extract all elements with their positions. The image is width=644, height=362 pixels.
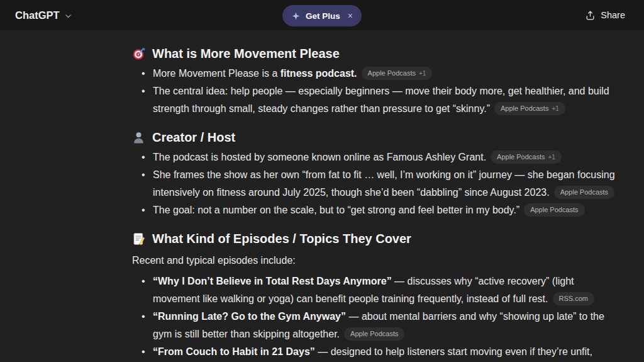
section-heading: Creator / Host (132, 128, 619, 147)
list-item: “Running Late? Go to the Gym Anyway” — a… (132, 308, 619, 343)
citation-badge[interactable]: Apple Podcasts (344, 327, 404, 341)
bold-text: fitness podcast. (280, 68, 357, 79)
citation-source: Apple Podcasts (530, 206, 578, 213)
body-text: — designed to help listeners start movin… (315, 346, 592, 357)
share-label: Share (601, 10, 625, 20)
section-heading-text: What Kind of Episodes / Topics They Cove… (152, 229, 411, 248)
get-plus-button[interactable]: Get Plus × (282, 5, 362, 26)
citation-source: Apple Podcasts (350, 330, 398, 337)
citation-extra-count: +1 (552, 105, 558, 112)
target-icon (132, 47, 145, 60)
top-bar: ChatGPT Get Plus × Share (0, 0, 644, 30)
list-item: More Movement Please is a fitness podcas… (132, 65, 619, 82)
model-switcher[interactable]: ChatGPT (10, 6, 77, 25)
sparkle-icon (291, 11, 301, 21)
chevron-down-icon (64, 11, 72, 20)
assistant-message: What is More Movement PleaseMore Movemen… (132, 0, 619, 361)
citation-source: RSS.com (559, 295, 588, 302)
bullet-list: “Why I Don’t Believe in Total Rest Days … (132, 273, 619, 361)
bullet-list: More Movement Please is a fitness podcas… (132, 65, 619, 118)
body-text: The goal: not a number on the scale, but… (153, 205, 519, 215)
get-plus-label: Get Plus (306, 11, 340, 21)
body-text: More Movement Please is a (153, 68, 280, 79)
share-button[interactable]: Share (580, 6, 630, 25)
section-heading: What Kind of Episodes / Topics They Cove… (132, 229, 619, 248)
bold-text: “Running Late? Go to the Gym Anyway” (153, 311, 346, 322)
list-item: The central idea: help people — especial… (132, 82, 619, 118)
bust-in-silhouette-icon (132, 131, 145, 144)
section-heading-text: What is More Movement Please (152, 44, 340, 63)
citation-badge[interactable]: Apple Podcasts (554, 186, 614, 199)
share-icon (585, 10, 596, 21)
section-heading-text: Creator / Host (152, 128, 235, 147)
citation-extra-count: +1 (419, 70, 426, 77)
citation-source: Apple Podcasts (368, 69, 416, 77)
list-item: The podcast is hosted by someone known o… (132, 149, 619, 166)
citation-badge[interactable]: RSS.com (553, 292, 594, 305)
citation-source: Apple Podcasts (560, 188, 608, 196)
close-icon[interactable]: × (348, 11, 353, 20)
citation-extra-count: +1 (548, 154, 555, 161)
body-text: The podcast is hosted by someone known o… (153, 152, 486, 162)
citation-badge[interactable]: Apple Podcasts+1 (494, 102, 565, 115)
list-item: She frames the show as her own “from fat… (132, 166, 619, 201)
bold-text: “Why I Don’t Believe in Total Rest Days … (153, 276, 392, 286)
citation-source: Apple Podcasts (497, 153, 545, 161)
citation-source: Apple Podcasts (501, 105, 548, 112)
section-heading: What is More Movement Please (132, 44, 619, 63)
body-text: She frames the show as her own “from fat… (153, 169, 615, 198)
app-title: ChatGPT (15, 9, 60, 21)
citation-badge[interactable]: Apple Podcasts+1 (362, 67, 433, 80)
list-item: “Why I Don’t Believe in Total Rest Days … (132, 273, 619, 308)
citation-badge[interactable]: Apple Podcasts+1 (491, 150, 562, 164)
bullet-list: The podcast is hosted by someone known o… (132, 149, 619, 219)
citation-badge[interactable]: Apple Podcasts (524, 203, 584, 217)
list-item: The goal: not a number on the scale, but… (132, 201, 619, 219)
bold-text: “From Couch to Habit in 21 Days” (153, 346, 315, 357)
list-item: “From Couch to Habit in 21 Days” — desig… (132, 343, 619, 361)
memo-icon (132, 232, 145, 246)
paragraph: Recent and typical episodes include: (132, 252, 619, 269)
